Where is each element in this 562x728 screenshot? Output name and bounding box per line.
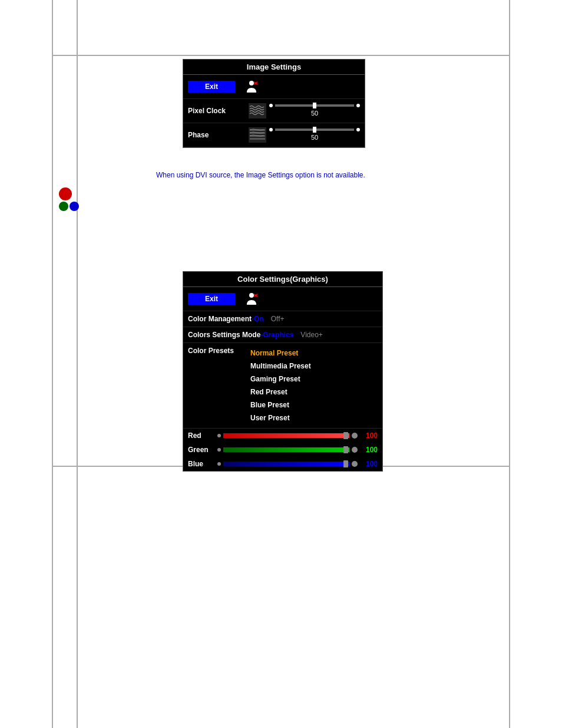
green-dot-left [217,448,221,452]
preset-red[interactable]: Red Preset [241,386,316,398]
dot-green [59,202,68,211]
color-dots-container [59,187,79,211]
color-presets-row: Color Presets Normal Preset Multimedia P… [183,343,382,429]
preset-multimedia[interactable]: Multimedia Preset [241,360,316,373]
blue-dot-left [217,462,221,466]
green-dot-right [352,447,358,453]
color-settings-exit-row: Exit [183,287,382,311]
blue-value: 100 [360,460,378,468]
preset-user[interactable]: User Preset [241,411,316,424]
blue-dot-right [352,461,358,467]
red-value: 100 [360,431,378,440]
pixel-clock-dot-right [356,104,360,107]
red-dot-right [352,433,358,439]
horizontal-line-top [52,55,510,56]
color-presets-label: Color Presets [188,347,241,355]
pixel-clock-icon [248,103,267,119]
svg-point-9 [249,293,254,298]
pixel-clock-track[interactable] [275,104,354,107]
pixel-clock-value: 50 [311,110,318,117]
phase-label: Phase [188,131,241,139]
svg-point-0 [249,81,254,85]
color-settings-panel: Color Settings(Graphics) Exit Color Mana… [183,271,383,472]
phase-row: Phase [183,123,365,147]
blue-slider-row: Blue 100 [183,457,382,471]
colors-settings-mode-label: Colors Settings Mode [188,331,260,339]
red-slider-row: Red 100 [183,429,382,443]
preset-gaming[interactable]: Gaming Preset [241,373,316,386]
color-management-on[interactable]: -On [252,315,264,323]
blue-label: Blue [188,460,217,468]
colors-settings-video[interactable]: Video+ [300,331,322,339]
color-settings-exit-button[interactable]: Exit [188,293,235,305]
pixel-clock-row: Pixel Clock 50 [183,99,365,123]
phase-value: 50 [311,134,318,141]
red-dot-left [217,434,221,437]
vertical-line-left2 [77,0,78,728]
dvi-note: When using DVI source, the Image Setting… [156,171,365,179]
image-settings-exit-row: Exit [183,75,365,99]
dot-blue [70,202,79,211]
phase-icon [248,127,267,143]
pixel-clock-label: Pixel Clock [188,107,241,115]
green-slider-row: Green 100 [183,443,382,457]
vertical-line-right [509,0,510,728]
color-management-row: Color Management -On Off+ [183,311,382,327]
green-label: Green [188,446,217,454]
color-management-off[interactable]: Off+ [271,315,285,323]
colors-settings-graphics[interactable]: -Graphics [260,331,293,339]
color-management-label: Color Management [188,315,252,323]
phase-dot-left [269,128,273,131]
green-value: 100 [360,446,378,454]
exit-icon [242,78,261,95]
svg-rect-8 [250,138,265,140]
image-settings-exit-button[interactable]: Exit [188,81,235,93]
red-label: Red [188,431,217,440]
image-settings-panel: Image Settings Exit Pixel Clock [183,59,365,148]
color-exit-icon [242,291,261,307]
phase-track[interactable] [275,129,354,131]
dot-red [59,187,72,200]
blue-track[interactable] [223,462,349,466]
pixel-clock-dot-left [269,104,273,107]
preset-list: Normal Preset Multimedia Preset Gaming P… [241,347,316,424]
preset-normal[interactable]: Normal Preset [241,347,316,360]
green-track[interactable] [223,447,349,452]
red-track[interactable] [223,433,349,438]
phase-dot-right [356,128,360,131]
color-settings-title: Color Settings(Graphics) [183,272,382,287]
vertical-line-left1 [52,0,53,728]
colors-settings-mode-row: Colors Settings Mode -Graphics Video+ [183,327,382,343]
image-settings-title: Image Settings [183,60,365,75]
preset-blue[interactable]: Blue Preset [241,398,316,411]
